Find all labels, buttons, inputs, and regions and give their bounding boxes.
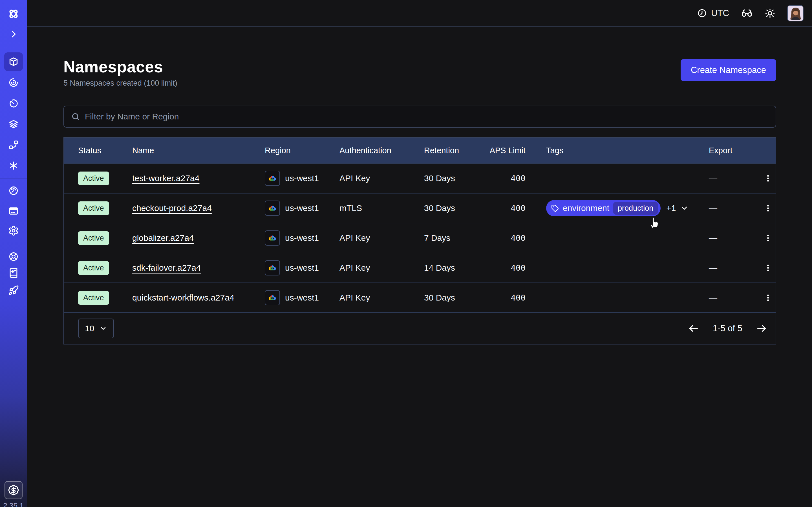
sidebar-item-docs[interactable] <box>8 268 19 278</box>
row-menu-button[interactable] <box>760 290 776 305</box>
namespace-link[interactable]: test-worker.a27a4 <box>132 173 199 183</box>
tag-icon <box>551 205 559 212</box>
namespace-link[interactable]: checkout-prod.a27a4 <box>132 203 212 213</box>
glasses-button[interactable] <box>741 7 753 19</box>
temporal-logo[interactable] <box>7 7 20 20</box>
sidebar-item-monitoring[interactable] <box>8 77 19 88</box>
credits-badge-button[interactable] <box>4 481 22 499</box>
export-cell: — <box>709 173 760 183</box>
sidebar-collapse-button[interactable] <box>9 29 18 39</box>
sidebar-item-schedules[interactable] <box>8 98 19 109</box>
timezone-label: UTC <box>711 8 729 18</box>
page-size-value: 10 <box>85 324 94 333</box>
tag-key: environment <box>563 203 609 213</box>
sidebar-item-getting-started[interactable] <box>8 285 19 296</box>
prev-page-button[interactable] <box>688 323 699 334</box>
arrow-left-icon <box>688 323 699 334</box>
user-avatar[interactable] <box>787 5 804 21</box>
sidebar-item-usage[interactable] <box>8 185 19 196</box>
status-badge: Active <box>78 172 109 185</box>
row-menu-button[interactable] <box>760 171 776 186</box>
table-row: Active quickstart-workflows.a27a4 <box>64 283 776 313</box>
column-header-export: Export <box>709 146 760 155</box>
app-version: 2.35.1 <box>0 501 27 507</box>
sidebar-item-settings[interactable] <box>8 225 19 236</box>
sidebar-item-batch[interactable] <box>8 160 19 171</box>
retention-cell: 30 Days <box>424 293 483 302</box>
temporal-logo-icon <box>7 7 20 20</box>
gcp-region-icon <box>265 260 280 276</box>
timer-icon <box>8 98 19 109</box>
kebab-menu-icon <box>764 174 772 182</box>
asterisk-icon <box>8 160 19 171</box>
gcp-logo-icon <box>267 263 277 273</box>
tags-expand-chevron[interactable] <box>680 204 689 213</box>
export-cell: — <box>709 203 760 213</box>
column-header-region: Region <box>265 146 340 155</box>
gcp-logo-icon <box>267 293 277 302</box>
page-subtitle: 5 Namespaces created (100 limit) <box>63 79 177 88</box>
create-namespace-button[interactable]: Create Namespace <box>680 59 776 81</box>
page-size-select[interactable]: 10 <box>78 319 114 338</box>
tags-more: +1 <box>666 203 676 213</box>
auth-cell: mTLS <box>340 203 424 213</box>
next-page-button[interactable] <box>756 323 767 334</box>
row-menu-button[interactable] <box>760 230 776 245</box>
glasses-icon <box>741 7 753 19</box>
lifebuoy-icon <box>8 251 19 262</box>
tags-cell: environment production +1 <box>546 200 709 216</box>
namespace-link[interactable]: sdk-failover.a27a4 <box>132 263 201 272</box>
gcp-region-icon <box>265 171 280 186</box>
tag-pill[interactable]: environment production <box>546 200 661 216</box>
row-menu-button[interactable] <box>760 201 776 216</box>
table-row: Active checkout-prod.a27a4 us-wes <box>64 193 776 223</box>
row-menu-button[interactable] <box>760 260 776 276</box>
sidebar-item-deployments[interactable] <box>8 119 19 129</box>
theme-toggle-button[interactable] <box>765 8 775 18</box>
rocket-icon <box>8 285 19 296</box>
page-title: Namespaces <box>63 57 177 76</box>
gcp-logo-icon <box>267 173 277 183</box>
filter-bar <box>63 106 776 128</box>
namespaces-table: Status Name Region Authentication Retent… <box>63 137 776 344</box>
aps-cell: 400 <box>483 293 525 302</box>
region-label: us-west1 <box>285 263 319 273</box>
retention-cell: 30 Days <box>424 203 483 213</box>
pagination-range: 1-5 of 5 <box>713 323 742 334</box>
chevron-down-icon <box>680 204 689 213</box>
timezone-button[interactable]: UTC <box>697 8 729 18</box>
clock-icon <box>697 8 707 18</box>
sidebar-item-namespaces[interactable] <box>4 52 23 71</box>
sidebar-item-billing[interactable] <box>8 206 19 216</box>
export-cell: — <box>709 293 760 302</box>
aps-cell: 400 <box>483 173 525 183</box>
auth-cell: API Key <box>340 263 424 273</box>
sun-icon <box>765 8 775 18</box>
sidebar-item-support[interactable] <box>8 251 19 262</box>
kebab-menu-icon <box>764 264 772 272</box>
pagination-bar: 10 1-5 of 5 <box>64 313 776 344</box>
filter-input[interactable] <box>85 112 769 121</box>
region-label: us-west1 <box>285 173 319 183</box>
retention-cell: 14 Days <box>424 263 483 273</box>
sidebar-item-nexus[interactable] <box>8 139 19 150</box>
kebab-menu-icon <box>764 204 772 212</box>
column-header-name: Name <box>132 146 265 155</box>
avatar-image <box>788 6 804 21</box>
table-rows: Active test-worker.a27a4 us-west1 <box>64 163 776 313</box>
gcp-region-icon <box>265 290 280 305</box>
spiral-icon <box>8 77 19 88</box>
gcp-logo-icon <box>267 233 277 243</box>
namespace-link[interactable]: quickstart-workflows.a27a4 <box>132 293 234 302</box>
aps-cell: 400 <box>483 263 525 273</box>
namespace-link[interactable]: globalizer.a27a4 <box>132 233 194 242</box>
auth-cell: API Key <box>340 233 424 243</box>
gcp-logo-icon <box>267 203 277 213</box>
aps-cell: 400 <box>483 203 525 213</box>
search-icon <box>71 112 80 121</box>
table-row: Active sdk-failover.a27a4 us-west <box>64 252 776 283</box>
chevron-right-icon <box>9 29 18 39</box>
table-row: Active test-worker.a27a4 us-west1 <box>64 163 776 193</box>
status-badge: Active <box>78 202 109 215</box>
status-badge: Active <box>78 231 109 245</box>
